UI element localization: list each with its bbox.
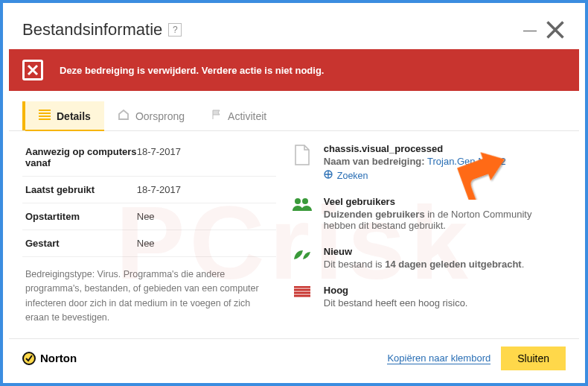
check-icon xyxy=(22,352,36,365)
flag-icon xyxy=(211,110,222,122)
started-label: Gestart xyxy=(25,238,137,249)
users-icon xyxy=(291,196,313,231)
table-row: Opstartitem Nee xyxy=(22,203,276,230)
tab-details-label: Details xyxy=(57,110,91,122)
file-name: chassis.visual_processed xyxy=(324,143,566,154)
copy-to-clipboard-link[interactable]: Kopiëren naar klembord xyxy=(387,352,490,364)
minimize-button[interactable]: ― xyxy=(520,19,540,40)
threat-description: Bedreigingstype: Virus. Programma's die … xyxy=(22,257,276,326)
tab-origin[interactable]: Oorsprong xyxy=(104,101,198,130)
present-value: 18-7-2017 xyxy=(137,146,181,168)
tab-bar: Details Oorsprong Activiteit xyxy=(9,101,579,131)
startup-value: Nee xyxy=(137,211,155,222)
removed-icon xyxy=(22,60,43,80)
help-icon[interactable]: ? xyxy=(168,23,182,37)
alert-banner: Deze bedreiging is verwijderd. Verdere a… xyxy=(9,49,579,91)
tab-activity[interactable]: Activiteit xyxy=(198,101,280,130)
close-button[interactable]: Sluiten xyxy=(501,347,566,370)
users-heading: Veel gebruikers xyxy=(324,196,566,207)
list-icon xyxy=(39,110,51,122)
close-window-button[interactable] xyxy=(545,19,566,40)
new-post: . xyxy=(522,259,525,270)
lastused-label: Laatst gebruikt xyxy=(25,184,137,195)
table-row: Aanwezig op computers vanaf 18-7-2017 xyxy=(22,139,276,177)
users-count: Duizenden gebruikers xyxy=(324,209,425,220)
users-sub: Duizenden gebruikers in de Norton Commun… xyxy=(324,209,566,231)
svg-point-1 xyxy=(295,198,301,204)
leaf-icon xyxy=(291,246,313,270)
present-label: Aanwezig op computers vanaf xyxy=(25,146,137,168)
table-row: Laatst gebruikt 18-7-2017 xyxy=(22,177,276,203)
threat-label: Naam van bedreiging: xyxy=(324,156,425,167)
risk-icon xyxy=(291,285,313,309)
tab-details[interactable]: Details xyxy=(25,101,104,130)
svg-point-2 xyxy=(302,198,308,204)
target-icon xyxy=(324,170,333,181)
new-sub: Dit bestand is 14 dagen geleden uitgebra… xyxy=(324,259,566,270)
tab-activity-label: Activiteit xyxy=(228,110,266,122)
tab-origin-label: Oorsprong xyxy=(135,110,185,122)
close-icon xyxy=(545,19,566,40)
table-row: Gestart Nee xyxy=(22,230,276,257)
new-bold: 14 dagen geleden uitgebracht xyxy=(385,259,522,270)
file-icon xyxy=(291,143,313,181)
lastused-value: 18-7-2017 xyxy=(137,184,181,195)
startup-label: Opstartitem xyxy=(25,211,137,222)
norton-logo: Norton xyxy=(22,352,77,365)
window-title: Bestandsinformatie xyxy=(22,20,162,39)
risk-sub: Dit bestand heeft een hoog risico. xyxy=(324,297,566,309)
home-icon xyxy=(118,110,130,122)
details-table: Aanwezig op computers vanaf 18-7-2017 La… xyxy=(22,139,276,355)
new-pre: Dit bestand is xyxy=(324,259,385,270)
risk-heading: Hoog xyxy=(324,285,566,296)
threat-name-link[interactable]: Trojan.Gen.NPE.2 xyxy=(427,156,506,167)
started-value: Nee xyxy=(137,238,155,249)
search-label: Zoeken xyxy=(337,171,368,181)
search-link[interactable]: Zoeken xyxy=(324,170,368,181)
brand-text: Norton xyxy=(40,352,77,364)
alert-text: Deze bedreiging is verwijderd. Verdere a… xyxy=(60,65,324,76)
new-heading: Nieuw xyxy=(324,246,566,257)
